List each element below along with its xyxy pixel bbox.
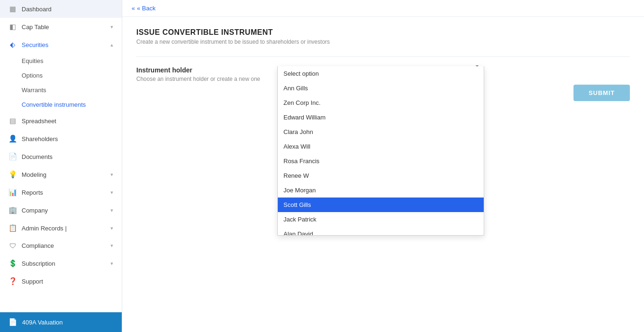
instrument-holder-hint: Choose an instrument holder or create a …: [136, 76, 268, 82]
dropdown-item[interactable]: Select option: [278, 66, 484, 81]
sidebar-409a-valuation[interactable]: 📄 409A Valuation: [0, 312, 122, 332]
sidebar-item-compliance[interactable]: 🛡 Compliance ▾: [0, 237, 122, 254]
sidebar-item-label: Subscription: [22, 260, 55, 267]
sidebar-item-label: Company: [22, 207, 48, 214]
valuation-icon: 📄: [8, 318, 17, 326]
back-bar: « « Back: [122, 0, 644, 17]
sidebar-item-shareholders[interactable]: 👤 Shareholders: [0, 130, 122, 148]
sidebar-subitem-options[interactable]: Options: [0, 68, 122, 83]
dropdown-item[interactable]: Clara John: [278, 125, 484, 139]
chevron-down-icon: ▾: [110, 24, 113, 30]
dropdown-list[interactable]: Select optionAnn GillsZen Corp Inc.Edwar…: [277, 66, 484, 236]
page-title: ISSUE CONVERTIBLE INSTRUMENT: [136, 28, 630, 37]
sidebar-item-label: Shareholders: [22, 135, 58, 142]
instrument-holder-label: Instrument holder: [136, 66, 268, 74]
sidebar-item-dashboard[interactable]: ▦ Dashboard: [0, 0, 122, 18]
sidebar-item-admin-records[interactable]: 📋 Admin Records | ▾: [0, 219, 122, 237]
page-content: ISSUE CONVERTIBLE INSTRUMENT Create a ne…: [122, 17, 644, 332]
chevron-down-icon: ▾: [110, 207, 113, 213]
dropdown-item[interactable]: Alexa Will: [278, 139, 484, 154]
chevron-down-icon: ▾: [110, 225, 113, 231]
support-icon: ❓: [8, 277, 17, 285]
sidebar-subitem-warrants[interactable]: Warrants: [0, 83, 122, 97]
dropdown-item[interactable]: Joe Morgan: [278, 183, 484, 198]
chevron-down-icon: ▾: [110, 172, 113, 178]
sidebar-item-modeling[interactable]: 💡 Modeling ▾: [0, 166, 122, 183]
cap-table-icon: ◧: [8, 23, 17, 31]
sidebar-item-reports[interactable]: 📊 Reports ▾: [0, 183, 122, 201]
securities-icon: ⬖: [8, 40, 17, 49]
documents-icon: 📄: [8, 152, 17, 161]
main-scroll: ISSUE CONVERTIBLE INSTRUMENT Create a ne…: [122, 17, 644, 332]
dropdown-item[interactable]: Zen Corp Inc.: [278, 95, 484, 110]
sidebar-item-label: Compliance: [22, 242, 54, 249]
back-label: « Back: [137, 5, 156, 12]
page-subtitle: Create a new convertible instrument to b…: [136, 39, 630, 45]
dropdown-item[interactable]: Jack Patrick: [278, 212, 484, 227]
shareholders-icon: 👤: [8, 134, 17, 143]
dropdown-item[interactable]: Rosa Francis: [278, 154, 484, 168]
sidebar-item-cap-table[interactable]: ◧ Cap Table ▾: [0, 18, 122, 36]
modeling-icon: 💡: [8, 170, 17, 179]
form-label-col: Instrument holder Choose an instrument h…: [136, 66, 277, 82]
back-link[interactable]: « « Back: [132, 5, 635, 12]
chevron-down-icon: ▾: [110, 261, 113, 267]
sub-item-label: Equities: [22, 57, 43, 64]
chevron-down-icon: ▾: [110, 243, 113, 249]
sidebar-item-documents[interactable]: 📄 Documents: [0, 148, 122, 166]
sidebar-item-company[interactable]: 🏢 Company ▾: [0, 201, 122, 219]
admin-records-icon: 📋: [8, 224, 17, 232]
sub-item-label: Convertible instruments: [22, 101, 86, 108]
sidebar-item-label: Admin Records |: [22, 225, 67, 232]
submit-button[interactable]: SUBMIT: [573, 85, 630, 101]
sidebar-bottom-label: 409A Valuation: [22, 319, 63, 326]
dropdown-item[interactable]: Alan David: [278, 227, 484, 236]
sub-item-label: Warrants: [22, 87, 46, 94]
sidebar-item-label: Support: [22, 278, 43, 285]
dropdown-item[interactable]: Edward William: [278, 110, 484, 125]
sidebar-item-label: Documents: [22, 153, 53, 160]
back-arrow-icon: «: [132, 5, 135, 12]
dropdown-item[interactable]: Scott Gills: [278, 198, 484, 212]
sidebar-item-label: Modeling: [22, 171, 47, 178]
instrument-holder-row: Instrument holder Choose an instrument h…: [136, 56, 630, 92]
dropdown-item[interactable]: Ann Gills: [278, 81, 484, 95]
sidebar-item-support[interactable]: ❓ Support: [0, 272, 122, 290]
sidebar-item-label: Reports: [22, 189, 43, 196]
sidebar-item-spreadsheet[interactable]: ▤ Spreadsheet: [0, 112, 122, 130]
chevron-down-icon: ▾: [110, 190, 113, 196]
sidebar-item-label: Dashboard: [22, 6, 52, 13]
chevron-up-icon: ▴: [110, 42, 113, 48]
dropdown-item[interactable]: Renee W: [278, 168, 484, 183]
sidebar-item-label: Spreadsheet: [22, 118, 56, 125]
sidebar: ▦ Dashboard ◧ Cap Table ▾ ⬖ Securities ▴…: [0, 0, 122, 332]
reports-icon: 📊: [8, 188, 17, 197]
company-icon: 🏢: [8, 206, 17, 214]
subscription-icon: 💲: [8, 259, 17, 268]
sidebar-subitem-convertible-instruments[interactable]: Convertible instruments: [0, 97, 122, 112]
sidebar-subitem-equities[interactable]: Equities: [0, 54, 122, 68]
dashboard-icon: ▦: [8, 5, 17, 13]
main-area: « « Back ISSUE CONVERTIBLE INSTRUMENT Cr…: [122, 0, 644, 332]
sidebar-item-label: Cap Table: [22, 24, 49, 31]
spreadsheet-icon: ▤: [8, 117, 17, 125]
compliance-icon: 🛡: [8, 242, 17, 250]
sidebar-item-label: Securities: [22, 41, 48, 48]
sidebar-item-subscription[interactable]: 💲 Subscription ▾: [0, 254, 122, 272]
sidebar-item-securities[interactable]: ⬖ Securities ▴: [0, 36, 122, 54]
sub-item-label: Options: [22, 72, 43, 79]
